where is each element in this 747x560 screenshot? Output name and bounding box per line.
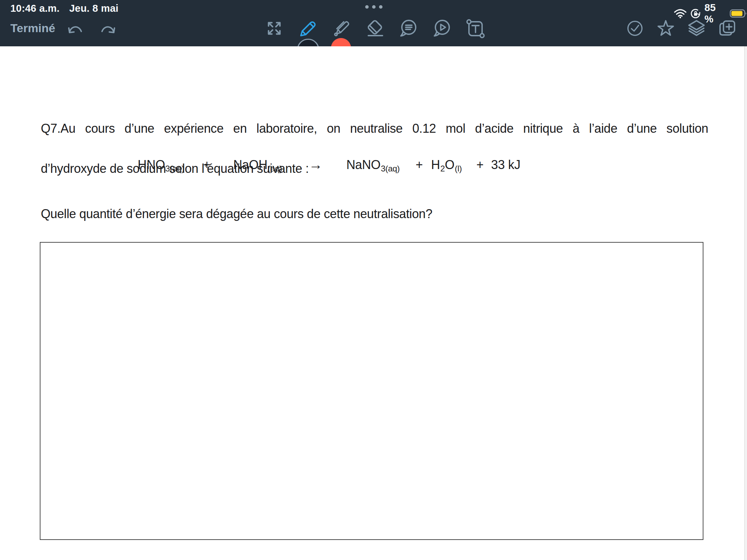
answer-box[interactable] — [40, 242, 703, 540]
reaction-arrow: → — [309, 157, 323, 172]
product-h2o: H2O(l) — [431, 158, 462, 172]
reactant-hno3: HNO3(aq) — [138, 158, 184, 172]
eraser-tool-button[interactable] — [365, 17, 385, 39]
text-box-tool-button[interactable] — [466, 17, 485, 39]
text-box-icon — [465, 18, 486, 38]
plus-sign: + — [203, 158, 211, 172]
question-prompt: Quelle quantité d’énergie sera dégagée a… — [41, 207, 432, 221]
add-page-icon — [718, 19, 737, 38]
page-edge-divider — [744, 46, 747, 560]
status-left: 10:46 a.m.Jeu. 8 mai — [10, 3, 119, 14]
undo-button[interactable] — [66, 23, 84, 35]
wifi-icon — [674, 9, 687, 18]
reactant-naoh: NaOH(aq) — [233, 158, 282, 172]
document-page: Q7.Au cours d’une expérience en laborato… — [0, 46, 747, 560]
play-bubble-icon — [432, 19, 452, 38]
chemical-equation: HNO3(aq) + NaOH(aq) → NaNO3(aq) + H2O(l)… — [138, 157, 520, 172]
add-page-button[interactable] — [718, 17, 737, 39]
ballpoint-pen-icon — [332, 19, 351, 38]
chat-bubble-icon — [399, 19, 418, 38]
pen-tool-button[interactable] — [298, 17, 317, 39]
check-tasks-button[interactable] — [625, 17, 645, 39]
notability-ipad-screen: 10:46 a.m.Jeu. 8 mai — [0, 0, 747, 560]
star-icon — [656, 19, 675, 38]
question-line-1: Q7.Au cours d’une expérience en laborato… — [41, 119, 708, 159]
text-note-bubble-button[interactable] — [399, 17, 418, 39]
undo-icon — [66, 23, 84, 35]
expand-icon — [265, 19, 284, 38]
eraser-icon — [365, 19, 385, 38]
multitask-dots-indicator[interactable] — [365, 5, 382, 9]
plus-sign: + — [416, 158, 423, 172]
layers-button[interactable] — [687, 17, 706, 39]
dot — [365, 5, 369, 9]
redo-icon — [99, 23, 117, 35]
expand-fullscreen-button[interactable] — [265, 17, 284, 39]
favorite-button[interactable] — [656, 17, 675, 39]
product-nano3: NaNO3(aq) — [346, 158, 399, 172]
right-tools — [625, 17, 737, 39]
battery-icon — [730, 9, 747, 18]
dot — [372, 5, 376, 9]
check-circle-icon — [626, 19, 644, 38]
plus-sign: + — [476, 158, 483, 172]
layers-icon — [687, 19, 706, 38]
energy-term: 33 kJ — [491, 158, 520, 172]
pen-color-swatch[interactable] — [297, 39, 319, 46]
audio-playback-bubble-button[interactable] — [432, 17, 452, 39]
status-time: 10:46 a.m. — [10, 3, 59, 14]
pen-icon — [298, 19, 317, 38]
status-date: Jeu. 8 mai — [69, 3, 118, 14]
done-button[interactable]: Terminé — [10, 21, 55, 35]
top-chrome: 10:46 a.m.Jeu. 8 mai — [0, 0, 747, 46]
redo-button[interactable] — [99, 23, 117, 35]
dot — [379, 5, 382, 9]
center-tools — [265, 17, 485, 39]
ballpoint-pen-tool-button[interactable] — [332, 17, 351, 39]
